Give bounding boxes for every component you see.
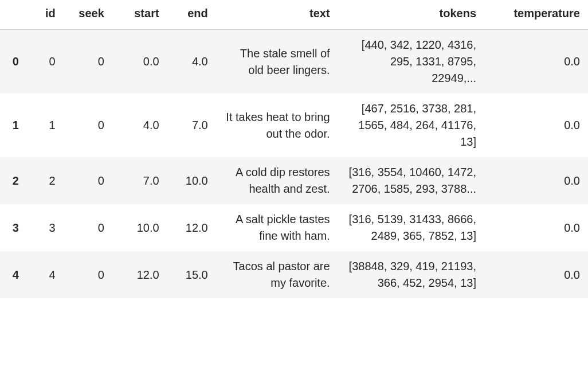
table-row: 1 1 0 4.0 7.0 It takes heat to bring out… — [0, 93, 588, 157]
cell-text: Tacos al pastor are my favorite. — [216, 251, 338, 298]
row-index: 1 — [0, 93, 27, 157]
cell-id: 0 — [27, 30, 64, 94]
cell-temperature: 0.0 — [484, 30, 588, 94]
cell-start: 4.0 — [112, 93, 167, 157]
cell-end: 15.0 — [167, 251, 216, 298]
col-header-index — [0, 0, 27, 30]
cell-seek: 0 — [64, 30, 112, 94]
cell-text: A salt pickle tastes fine with ham. — [216, 204, 338, 251]
table-row: 3 3 0 10.0 12.0 A salt pickle tastes fin… — [0, 204, 588, 251]
table-body: 0 0 0 0.0 4.0 The stale smell of old bee… — [0, 30, 588, 299]
row-index: 0 — [0, 30, 27, 94]
col-header-end: end — [167, 0, 216, 30]
cell-id: 4 — [27, 251, 64, 298]
row-index: 4 — [0, 251, 27, 298]
cell-tokens: [440, 342, 1220, 4316, 295, 1331, 8795, … — [338, 30, 484, 94]
cell-start: 0.0 — [112, 30, 167, 94]
cell-id: 2 — [27, 157, 64, 204]
cell-text: The stale smell of old beer lingers. — [216, 30, 338, 94]
cell-tokens: [467, 2516, 3738, 281, 1565, 484, 264, 4… — [338, 93, 484, 157]
table-row: 0 0 0 0.0 4.0 The stale smell of old bee… — [0, 30, 588, 94]
row-index: 3 — [0, 204, 27, 251]
cell-end: 10.0 — [167, 157, 216, 204]
cell-start: 12.0 — [112, 251, 167, 298]
cell-temperature: 0.0 — [484, 93, 588, 157]
col-header-seek: seek — [64, 0, 112, 30]
cell-start: 7.0 — [112, 157, 167, 204]
table-row: 4 4 0 12.0 15.0 Tacos al pastor are my f… — [0, 251, 588, 298]
table-row: 2 2 0 7.0 10.0 A cold dip restores healt… — [0, 157, 588, 204]
cell-seek: 0 — [64, 93, 112, 157]
cell-id: 1 — [27, 93, 64, 157]
cell-start: 10.0 — [112, 204, 167, 251]
cell-tokens: [316, 3554, 10460, 1472, 2706, 1585, 293… — [338, 157, 484, 204]
cell-end: 4.0 — [167, 30, 216, 94]
cell-seek: 0 — [64, 251, 112, 298]
row-index: 2 — [0, 157, 27, 204]
cell-seek: 0 — [64, 204, 112, 251]
cell-text: It takes heat to bring out the odor. — [216, 93, 338, 157]
cell-end: 12.0 — [167, 204, 216, 251]
col-header-temperature: temperature — [484, 0, 588, 30]
table-header: id seek start end text tokens temperatur… — [0, 0, 588, 30]
cell-seek: 0 — [64, 157, 112, 204]
cell-temperature: 0.0 — [484, 157, 588, 204]
col-header-tokens: tokens — [338, 0, 484, 30]
cell-id: 3 — [27, 204, 64, 251]
cell-text: A cold dip restores health and zest. — [216, 157, 338, 204]
col-header-id: id — [27, 0, 64, 30]
cell-tokens: [316, 5139, 31433, 8666, 2489, 365, 7852… — [338, 204, 484, 251]
dataframe-table: id seek start end text tokens temperatur… — [0, 0, 588, 298]
cell-temperature: 0.0 — [484, 204, 588, 251]
cell-tokens: [38848, 329, 419, 21193, 366, 452, 2954,… — [338, 251, 484, 298]
col-header-text: text — [216, 0, 338, 30]
cell-temperature: 0.0 — [484, 251, 588, 298]
cell-end: 7.0 — [167, 93, 216, 157]
col-header-start: start — [112, 0, 167, 30]
